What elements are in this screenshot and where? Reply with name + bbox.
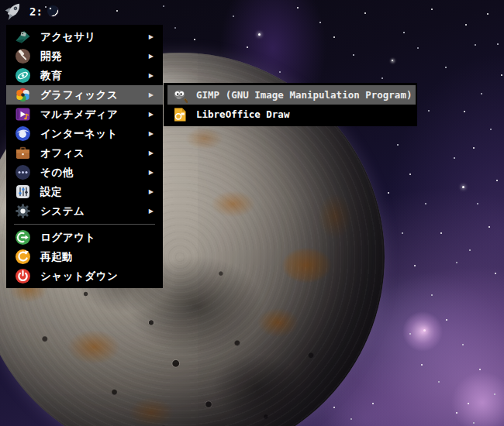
other-dots-icon — [15, 164, 31, 180]
rocket-icon[interactable] — [4, 2, 25, 20]
submenu-arrow-icon: ▶ — [149, 208, 154, 215]
menu-item-logout[interactable]: ログアウト — [6, 228, 163, 247]
internet-globe-icon — [15, 125, 31, 142]
submenu-arrow-icon: ▶ — [149, 150, 154, 156]
menu-item-label: マルチメディア — [40, 108, 118, 122]
submenu-arrow-icon: ▶ — [149, 189, 154, 195]
gimp-wilber-icon — [172, 88, 188, 103]
menu-item-label: システム — [40, 204, 85, 218]
education-atom-icon — [15, 67, 31, 84]
menu-item-label: オフィス — [40, 146, 85, 160]
submenu-arrow-icon: ▶ — [149, 112, 154, 118]
menu-item-internet[interactable]: インターネット ▶ — [6, 124, 163, 143]
menu-item-development[interactable]: 開発 ▶ — [6, 46, 163, 66]
workspace-indicator[interactable]: 2: — [29, 5, 43, 18]
menu-item-label: アクセサリ — [40, 30, 96, 44]
taskbar: 2: — [4, 2, 59, 20]
graphics-pinwheel-icon — [15, 87, 31, 103]
menu-item-system[interactable]: システム ▶ — [6, 201, 163, 221]
menu-item-label: 教育 — [40, 69, 62, 83]
libreoffice-draw-icon — [172, 107, 188, 122]
restart-icon — [15, 249, 31, 265]
applications-menu: アクセサリ ▶ 開発 ▶ — [6, 25, 163, 288]
menu-item-label: 開発 — [40, 50, 62, 64]
menu-item-settings[interactable]: 設定 ▶ — [6, 182, 163, 201]
accessories-icon — [15, 29, 31, 45]
menu-item-graphics[interactable]: グラフィックス ▶ — [6, 85, 163, 105]
shutdown-power-icon — [15, 268, 31, 284]
settings-sliders-icon — [15, 184, 31, 200]
menu-item-restart[interactable]: 再起動 — [6, 247, 163, 266]
desktop: 2: アクセサリ ▶ 開 — [0, 0, 504, 426]
moon-icon[interactable] — [47, 5, 59, 17]
multimedia-icon — [15, 106, 31, 122]
menu-separator — [14, 224, 155, 225]
bright-stars — [0, 0, 2, 2]
menu-item-label: グラフィックス — [40, 88, 118, 102]
development-hammer-icon — [15, 48, 31, 64]
logout-icon — [15, 229, 31, 246]
submenu-item-label: GIMP (GNU Image Manipulation Program) — [196, 89, 412, 101]
menu-item-multimedia[interactable]: マルチメディア ▶ — [6, 105, 163, 124]
graphics-submenu: GIMP (GNU Image Manipulation Program) Li… — [164, 83, 417, 126]
menu-item-other[interactable]: その他 ▶ — [6, 163, 163, 182]
office-briefcase-icon — [15, 145, 31, 161]
menu-item-label: ログアウト — [40, 231, 96, 245]
system-gear-icon — [15, 203, 31, 219]
menu-item-office[interactable]: オフィス ▶ — [6, 143, 163, 163]
submenu-arrow-icon: ▶ — [149, 170, 154, 176]
submenu-arrow-icon: ▶ — [149, 73, 154, 79]
submenu-item-label: LibreOffice Draw — [196, 108, 289, 120]
menu-item-label: インターネット — [40, 127, 118, 141]
menu-item-label: その他 — [40, 166, 74, 180]
submenu-arrow-icon: ▶ — [149, 92, 154, 98]
submenu-item-gimp[interactable]: GIMP (GNU Image Manipulation Program) — [167, 85, 416, 105]
menu-item-education[interactable]: 教育 ▶ — [6, 66, 163, 85]
submenu-arrow-icon: ▶ — [149, 34, 154, 40]
submenu-arrow-icon: ▶ — [149, 131, 154, 137]
menu-item-label: 再起動 — [40, 250, 73, 264]
menu-item-accessories[interactable]: アクセサリ ▶ — [6, 27, 163, 46]
submenu-item-libreoffice-draw[interactable]: LibreOffice Draw — [167, 105, 416, 124]
submenu-arrow-icon: ▶ — [149, 53, 154, 60]
menu-item-shutdown[interactable]: シャットダウン — [6, 266, 163, 286]
menu-item-label: 設定 — [40, 185, 62, 199]
menu-item-label: シャットダウン — [40, 270, 118, 283]
